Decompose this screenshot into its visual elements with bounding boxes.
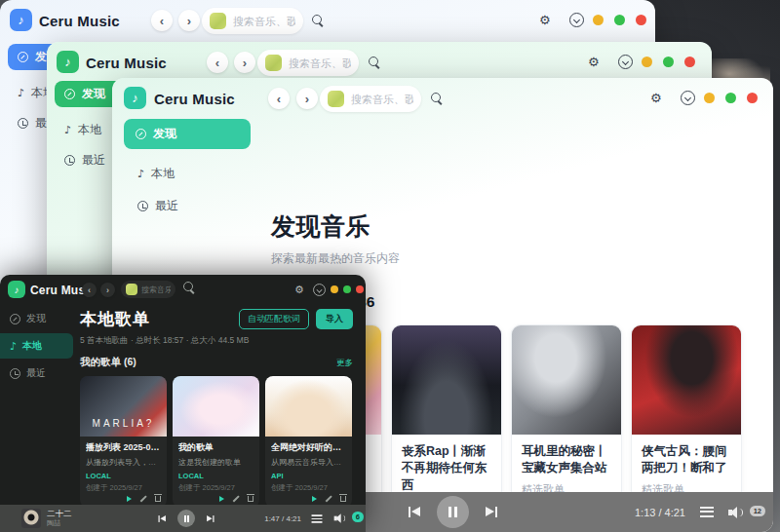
minimize-dot[interactable] bbox=[331, 285, 338, 293]
titlebar: ♪ Ceru Music ‹ › ⚙ bbox=[112, 78, 773, 119]
playlist-title: 我的歌单 bbox=[178, 441, 254, 454]
sidebar-label: 最近 bbox=[82, 152, 105, 169]
titlebar: ♪ Ceru Music ‹ › ⚙ bbox=[0, 275, 366, 304]
play-icon[interactable] bbox=[127, 496, 132, 502]
local-playlist-card[interactable]: 全网绝对好听的歌曲100首 (... 从网易云音乐导入，共 100 首歌曲 AP… bbox=[265, 376, 352, 508]
gear-icon[interactable]: ⚙ bbox=[539, 13, 551, 27]
next-button[interactable] bbox=[206, 515, 214, 522]
album-art[interactable] bbox=[21, 509, 41, 528]
more-link[interactable]: 更多 bbox=[336, 358, 353, 369]
maximize-dot[interactable] bbox=[663, 57, 674, 67]
maximize-dot[interactable] bbox=[725, 93, 736, 103]
previous-button[interactable] bbox=[158, 515, 166, 522]
maximize-dot[interactable] bbox=[343, 285, 351, 293]
close-dot[interactable] bbox=[684, 57, 695, 67]
forward-icon: › bbox=[106, 285, 109, 295]
chevron-down-icon[interactable] bbox=[681, 91, 695, 105]
now-playing-thumb bbox=[210, 13, 226, 29]
sidebar-label: 发现 bbox=[82, 86, 105, 102]
pause-button[interactable] bbox=[437, 496, 469, 528]
edit-icon[interactable] bbox=[326, 496, 332, 503]
back-button[interactable]: ‹ bbox=[207, 52, 228, 73]
search-box[interactable] bbox=[320, 86, 421, 112]
back-button[interactable]: ‹ bbox=[268, 88, 290, 109]
search-box[interactable] bbox=[121, 281, 176, 298]
sidebar-item-local[interactable]: ♪ 本地 bbox=[0, 333, 73, 359]
gear-icon[interactable]: ⚙ bbox=[294, 284, 304, 296]
clock-icon bbox=[64, 155, 75, 166]
volume-icon[interactable] bbox=[334, 513, 346, 522]
app-title: Ceru Music bbox=[154, 91, 235, 107]
minimize-dot[interactable] bbox=[593, 15, 604, 25]
playlist-desc: 从播放列表导入，共 49 首歌曲 bbox=[86, 457, 161, 468]
app-logo: ♪ bbox=[124, 87, 146, 109]
previous-button[interactable] bbox=[409, 507, 421, 517]
back-icon: ‹ bbox=[160, 14, 164, 28]
close-dot[interactable] bbox=[636, 15, 646, 25]
forward-button[interactable]: › bbox=[178, 10, 200, 31]
sidebar-label: 最近 bbox=[155, 198, 178, 214]
sidebar-item-recent[interactable]: 最近 bbox=[124, 193, 251, 219]
import-button[interactable]: 导入 bbox=[316, 309, 353, 329]
sidebar-item-local[interactable]: ♪ 本地 bbox=[124, 161, 251, 187]
forward-button[interactable]: › bbox=[296, 88, 318, 109]
minimize-dot[interactable] bbox=[704, 93, 715, 103]
sidebar-item-discover[interactable]: 发现 bbox=[0, 308, 73, 329]
created-date: 创建于 2025/9/27 bbox=[271, 483, 346, 493]
window-local-dark: ♪ Ceru Music ‹ › ⚙ 发现 ♪ 本地 最近 本地歌单 bbox=[0, 275, 366, 532]
edit-icon[interactable] bbox=[233, 496, 240, 503]
search-input[interactable] bbox=[233, 16, 295, 27]
chevron-down-icon[interactable] bbox=[618, 55, 633, 69]
forward-button[interactable]: › bbox=[100, 283, 115, 297]
source-tag: API bbox=[271, 472, 346, 480]
local-playlist-card[interactable]: MARLIA? 播放列表 2025-09-27 07:23 从播放列表导入，共 … bbox=[80, 376, 167, 508]
maximize-dot[interactable] bbox=[614, 15, 625, 25]
section-title: 我的歌单 (6) bbox=[80, 356, 136, 369]
next-button[interactable] bbox=[485, 507, 497, 517]
play-icon[interactable] bbox=[312, 496, 317, 502]
queue-count-badge: 6 bbox=[352, 512, 364, 522]
chevron-down-icon[interactable] bbox=[569, 13, 584, 27]
gear-icon[interactable]: ⚙ bbox=[650, 91, 662, 105]
playlist-title: 全网绝对好听的歌曲100首 (... bbox=[271, 441, 346, 454]
note-icon: ♪ bbox=[15, 285, 20, 295]
queue-icon[interactable] bbox=[312, 514, 323, 523]
close-dot[interactable] bbox=[747, 93, 758, 103]
chevron-down-icon[interactable] bbox=[313, 284, 326, 296]
pause-icon bbox=[184, 515, 189, 522]
volume-icon[interactable] bbox=[728, 507, 743, 518]
sidebar: 发现 ♪ 本地 最近 bbox=[0, 308, 73, 388]
page-subtitle: 探索最新最热的音乐内容 bbox=[271, 250, 759, 267]
sidebar-item-recent[interactable]: 最近 bbox=[0, 362, 73, 384]
edit-icon[interactable] bbox=[140, 496, 147, 503]
minimize-dot[interactable] bbox=[642, 57, 652, 67]
note-icon: ♪ bbox=[132, 91, 138, 105]
compass-icon bbox=[136, 129, 146, 139]
search-box[interactable] bbox=[202, 8, 303, 34]
close-dot[interactable] bbox=[356, 285, 364, 293]
forward-button[interactable]: › bbox=[234, 52, 255, 73]
auto-match-lyrics-button[interactable]: 自动匹配歌词 bbox=[239, 309, 309, 329]
search-input[interactable] bbox=[289, 57, 351, 69]
forward-icon: › bbox=[305, 92, 309, 106]
titlebar: ♪ Ceru Music ‹ › ⚙ bbox=[47, 42, 712, 83]
sidebar-item-discover[interactable]: 发现 bbox=[124, 119, 251, 149]
queue-icon[interactable] bbox=[700, 507, 714, 517]
play-icon[interactable] bbox=[219, 496, 224, 502]
gear-icon[interactable]: ⚙ bbox=[588, 55, 600, 69]
now-playing-thumb bbox=[328, 91, 344, 107]
note-icon: ♪ bbox=[64, 124, 71, 136]
search-box[interactable] bbox=[257, 50, 359, 76]
delete-icon[interactable] bbox=[248, 496, 254, 502]
pause-button[interactable] bbox=[177, 510, 195, 527]
delete-icon[interactable] bbox=[155, 496, 161, 502]
local-playlist-card[interactable]: 我的歌单 这是我创建的歌单 LOCAL 创建于 2025/9/27 bbox=[173, 376, 259, 508]
search-input[interactable] bbox=[351, 94, 413, 105]
delete-icon[interactable] bbox=[340, 496, 346, 502]
desktop: { "app": { "name": "Ceru Music" }, "icon… bbox=[0, 0, 780, 532]
back-button[interactable]: ‹ bbox=[151, 10, 173, 31]
back-button[interactable]: ‹ bbox=[82, 283, 97, 297]
sidebar-label: 本地 bbox=[151, 166, 175, 182]
app-logo: ♪ bbox=[10, 9, 32, 31]
search-input[interactable] bbox=[141, 285, 171, 294]
